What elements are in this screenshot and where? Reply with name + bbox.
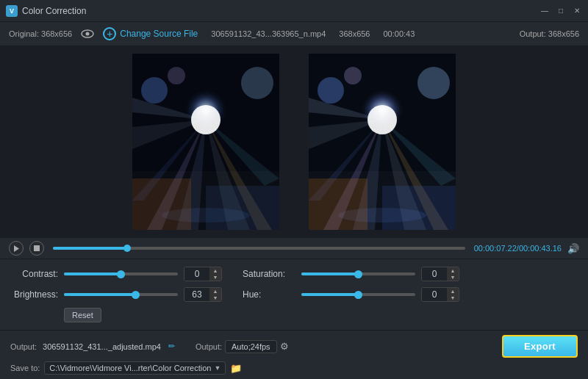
saturation-input-wrap: ▲ ▼ [421, 267, 459, 281]
contrast-down[interactable]: ▼ [209, 274, 221, 281]
contrast-up[interactable]: ▲ [209, 267, 221, 274]
svg-point-32 [318, 77, 344, 104]
original-canvas [132, 54, 279, 230]
time-display: 00:00:07.22/00:00:43.16 [474, 244, 562, 253]
toolbar: Original: 368x656 + Change Source File 3… [0, 22, 588, 46]
save-path-select[interactable]: C:\Vidmore\Vidmore Vi...rter\Color Corre… [44, 361, 226, 375]
svg-rect-37 [382, 186, 456, 230]
brightness-down[interactable]: ▼ [209, 295, 221, 301]
reset-button[interactable]: Reset [64, 308, 101, 322]
svg-point-34 [344, 67, 362, 84]
export-button[interactable]: Export [502, 335, 578, 358]
svg-point-15 [241, 67, 273, 99]
svg-point-13 [191, 105, 220, 134]
brightness-input[interactable] [184, 288, 209, 301]
hue-fill [301, 293, 359, 296]
svg-point-1 [86, 32, 90, 36]
auto-settings-group: Output: Auto;24fps ⚙ [196, 340, 289, 353]
brightness-fill [64, 293, 136, 296]
brightness-spin: ▲ ▼ [209, 288, 221, 301]
app-icon: V [6, 5, 18, 17]
svg-rect-36 [309, 178, 368, 230]
hue-slider[interactable] [301, 293, 415, 296]
svg-point-31 [368, 105, 397, 134]
volume-icon[interactable]: 🔊 [567, 243, 579, 254]
saturation-input[interactable] [422, 267, 447, 281]
output-file-label: Output: [10, 342, 37, 351]
brightness-slider[interactable] [64, 293, 178, 296]
saturation-fill [301, 272, 359, 275]
save-to-label: Save to: [10, 364, 40, 372]
folder-icon[interactable]: 📁 [230, 363, 242, 374]
file-name: 306591132_43...363965_n.mp4 [211, 29, 326, 38]
contrast-label: Contrast: [10, 269, 58, 279]
svg-rect-19 [206, 186, 279, 230]
gear-icon[interactable]: ⚙ [280, 341, 289, 352]
output-filename: 306591132_431..._adjusted.mp4 [43, 342, 161, 351]
contrast-spin: ▲ ▼ [209, 267, 221, 281]
svg-marker-38 [14, 245, 19, 252]
auto-badge: Auto;24fps [225, 340, 277, 353]
file-dimensions: 368x656 [339, 29, 370, 38]
output-canvas [309, 54, 456, 230]
contrast-row: Contrast: ▲ ▼ Saturation: ▲ [10, 267, 578, 281]
hue-input-wrap: ▲ ▼ [421, 287, 459, 302]
brightness-row: Brightness: ▲ ▼ Hue: ▲ ▼ [10, 287, 578, 302]
hue-label: Hue: [243, 289, 295, 300]
output-row: Output: 306591132_431..._adjusted.mp4 ✏ … [10, 335, 578, 358]
change-source-button[interactable]: + Change Source File [103, 27, 198, 40]
save-path-text: C:\Vidmore\Vidmore Vi...rter\Color Corre… [49, 364, 211, 372]
controls-area: Contrast: ▲ ▼ Saturation: ▲ [0, 259, 588, 330]
title-text: Color Correction [22, 6, 86, 16]
hue-spin: ▲ ▼ [447, 288, 459, 301]
timeline-thumb[interactable] [123, 245, 131, 252]
minimize-button[interactable]: — [539, 6, 550, 16]
hue-thumb[interactable] [354, 291, 362, 299]
play-button[interactable] [9, 241, 24, 256]
close-button[interactable]: ✕ [572, 6, 582, 16]
saturation-thumb[interactable] [354, 270, 362, 278]
playback-bar: 00:00:07.22/00:00:43.16 🔊 [0, 237, 588, 259]
file-duration: 00:00:43 [384, 29, 415, 38]
output-dimensions-label: Output: 368x656 [520, 29, 579, 38]
svg-rect-18 [132, 178, 191, 230]
save-row: Save to: C:\Vidmore\Vidmore Vi...rter\Co… [10, 361, 578, 375]
brightness-thumb[interactable] [132, 291, 140, 299]
saturation-spin: ▲ ▼ [447, 267, 459, 281]
saturation-slider[interactable] [301, 272, 415, 275]
brightness-input-wrap: ▲ ▼ [184, 287, 222, 302]
original-dimensions-label: Original: 368x656 [9, 29, 72, 38]
hue-input[interactable] [422, 288, 447, 301]
contrast-fill [64, 272, 121, 275]
svg-point-16 [168, 67, 185, 84]
timeline-progress [53, 247, 127, 250]
reset-row: Reset [10, 308, 578, 322]
hue-down[interactable]: ▼ [447, 295, 459, 301]
contrast-thumb[interactable] [117, 270, 125, 278]
svg-point-14 [141, 77, 168, 104]
contrast-input[interactable] [184, 267, 209, 281]
stop-button[interactable] [29, 241, 44, 256]
title-bar: V Color Correction — □ ✕ [0, 0, 588, 22]
original-preview [132, 54, 279, 230]
main-content: Original: 368x656 + Change Source File 3… [0, 22, 588, 379]
hue-up[interactable]: ▲ [447, 288, 459, 295]
window-controls: — □ ✕ [539, 6, 582, 16]
edit-icon[interactable]: ✏ [168, 342, 175, 351]
preview-area [0, 46, 588, 237]
plus-circle-icon: + [103, 27, 116, 40]
maximize-button[interactable]: □ [556, 6, 566, 16]
bottom-bar: Output: 306591132_431..._adjusted.mp4 ✏ … [0, 330, 588, 379]
contrast-slider[interactable] [64, 272, 178, 275]
contrast-input-wrap: ▲ ▼ [184, 267, 222, 281]
eye-button[interactable] [79, 26, 96, 42]
path-dropdown-arrow: ▼ [214, 364, 220, 372]
brightness-label: Brightness: [10, 289, 58, 300]
output-settings-label: Output: [196, 342, 222, 351]
output-preview [309, 54, 456, 230]
brightness-up[interactable]: ▲ [209, 288, 221, 295]
svg-rect-39 [34, 245, 40, 251]
timeline[interactable] [53, 247, 465, 250]
saturation-down[interactable]: ▼ [447, 274, 459, 281]
saturation-up[interactable]: ▲ [447, 267, 459, 274]
